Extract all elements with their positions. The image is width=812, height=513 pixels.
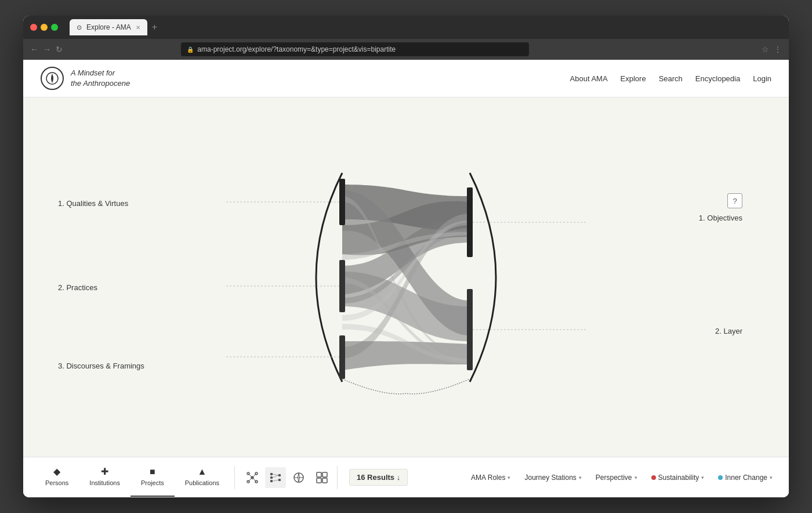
svg-rect-2 <box>339 260 345 312</box>
label-practices: 2. Practices <box>58 283 97 292</box>
nav-login[interactable]: Login <box>753 74 771 83</box>
svg-rect-31 <box>322 472 327 477</box>
tab-favicon: ⊙ <box>77 24 82 31</box>
tab-persons[interactable]: ◆ Persons <box>35 466 79 489</box>
refresh-button[interactable]: ↻ <box>56 45 63 54</box>
url-text: ama-project.org/explore/?taxonomy=&type=… <box>197 45 396 53</box>
svg-line-19 <box>252 478 256 482</box>
logo-text: A Mindset for the Anthropocene <box>71 68 130 89</box>
svg-rect-4 <box>467 187 473 257</box>
back-button[interactable]: ← <box>30 45 38 54</box>
filter-perspective[interactable]: Perspective ▾ <box>591 471 642 484</box>
sustainability-dot <box>651 475 656 480</box>
viz-controls <box>242 467 332 488</box>
svg-line-17 <box>252 474 256 478</box>
results-badge[interactable]: 16 Results ↓ <box>349 469 408 486</box>
divider-1 <box>234 466 235 489</box>
browser-window: ⊙ Explore - AMA ✕ + ← → ↻ 🔒 ama-project.… <box>23 16 789 497</box>
projects-icon: ■ <box>150 467 155 477</box>
logo-icon[interactable] <box>41 67 64 90</box>
inner-change-dot <box>718 475 723 480</box>
chevron-down-icon: ▾ <box>579 475 582 481</box>
publications-icon: ▲ <box>197 467 206 477</box>
new-tab-btn[interactable]: + <box>152 22 157 32</box>
viz-map-btn[interactable] <box>288 467 309 488</box>
chevron-down-icon: ▾ <box>701 475 704 481</box>
filter-ama-roles-label: AMA Roles <box>471 474 505 482</box>
minimize-button[interactable] <box>41 24 48 31</box>
filter-inner-change[interactable]: Inner Change ▾ <box>713 471 777 484</box>
svg-line-25 <box>273 474 278 475</box>
persons-icon: ◆ <box>53 466 60 477</box>
filter-journey-stations-label: Journey Stations <box>524 474 576 482</box>
forward-button[interactable]: → <box>43 45 51 54</box>
traffic-lights <box>30 24 58 31</box>
viz-grid-btn[interactable] <box>311 467 332 488</box>
page-content: A Mindset for the Anthropocene About AMA… <box>23 60 789 497</box>
svg-line-27 <box>273 480 278 481</box>
filter-inner-change-label: Inner Change <box>725 474 767 482</box>
nav-header: A Mindset for the Anthropocene About AMA… <box>23 60 789 97</box>
filter-group: AMA Roles ▾ Journey Stations ▾ Perspecti… <box>466 471 777 484</box>
label-objectives: 1. Objectives <box>699 214 742 222</box>
svg-rect-20 <box>270 473 273 475</box>
svg-rect-21 <box>270 476 273 479</box>
bottom-bar: ◆ Persons ✚ Institutions ■ Projects ▲ Pu… <box>23 457 789 497</box>
svg-rect-33 <box>322 478 327 483</box>
svg-rect-5 <box>467 289 473 370</box>
bipartite-chart[interactable] <box>220 138 592 417</box>
logo-area: A Mindset for the Anthropocene <box>41 67 130 90</box>
tab-projects[interactable]: ■ Projects <box>130 467 175 489</box>
label-layer: 2. Layer <box>715 327 742 335</box>
persons-label: Persons <box>45 479 68 486</box>
institutions-icon: ✚ <box>101 466 108 477</box>
nav-links: About AMA Explore Search Encyclopedia Lo… <box>570 74 771 83</box>
nav-explore[interactable]: Explore <box>621 74 646 83</box>
svg-rect-1 <box>339 179 345 225</box>
svg-rect-3 <box>339 335 345 379</box>
active-tab[interactable]: ⊙ Explore - AMA ✕ <box>70 19 147 35</box>
viz-network-btn[interactable] <box>242 467 263 488</box>
tab-group: ◆ Persons ✚ Institutions ■ Projects ▲ Pu… <box>35 466 230 489</box>
tab-publications[interactable]: ▲ Publications <box>175 467 230 489</box>
institutions-label: Institutions <box>89 479 120 486</box>
svg-rect-23 <box>278 474 281 476</box>
filter-journey-stations[interactable]: Journey Stations ▾ <box>520 471 586 484</box>
nav-about[interactable]: About AMA <box>570 74 608 83</box>
projects-label: Projects <box>141 479 164 486</box>
filter-ama-roles[interactable]: AMA Roles ▾ <box>466 471 515 484</box>
label-discourses: 3. Discourses & Framings <box>58 362 144 370</box>
results-text: 16 Results ↓ <box>357 473 400 482</box>
filter-sustainability[interactable]: Sustainability ▾ <box>647 471 709 484</box>
tab-title: Explore - AMA <box>86 23 131 31</box>
address-bar: ← → ↻ 🔒 ama-project.org/explore/?taxonom… <box>23 39 789 60</box>
viz-container: 1. Qualities & Virtues 2. Practices 3. D… <box>23 97 789 457</box>
nav-search[interactable]: Search <box>659 74 683 83</box>
svg-rect-24 <box>278 479 281 481</box>
svg-line-18 <box>248 478 252 482</box>
menu-icon[interactable]: ⋮ <box>774 45 782 54</box>
label-qualities: 1. Qualities & Virtues <box>58 199 128 208</box>
addr-icons: ☆ ⋮ <box>762 45 782 54</box>
lock-icon: 🔒 <box>187 46 194 53</box>
svg-rect-32 <box>317 478 321 483</box>
svg-rect-22 <box>270 480 273 482</box>
chevron-down-icon: ▾ <box>507 475 510 481</box>
filter-sustainability-label: Sustainability <box>658 474 699 482</box>
svg-line-16 <box>248 474 252 478</box>
tab-close-btn[interactable]: ✕ <box>136 24 140 31</box>
tab-bar: ⊙ Explore - AMA ✕ + <box>70 19 157 35</box>
url-bar[interactable]: 🔒 ama-project.org/explore/?taxonomy=&typ… <box>181 42 529 56</box>
publications-label: Publications <box>185 479 219 486</box>
title-bar: ⊙ Explore - AMA ✕ + <box>23 16 789 39</box>
svg-line-26 <box>273 475 278 478</box>
tab-institutions[interactable]: ✚ Institutions <box>79 466 130 489</box>
nav-encyclopedia[interactable]: Encyclopedia <box>695 74 740 83</box>
maximize-button[interactable] <box>51 24 58 31</box>
viz-bipartite-btn[interactable] <box>265 467 286 488</box>
close-button[interactable] <box>30 24 37 31</box>
svg-rect-30 <box>317 472 321 477</box>
bookmark-icon[interactable]: ☆ <box>762 45 769 54</box>
filter-perspective-label: Perspective <box>596 474 632 482</box>
divider-2 <box>337 466 338 489</box>
